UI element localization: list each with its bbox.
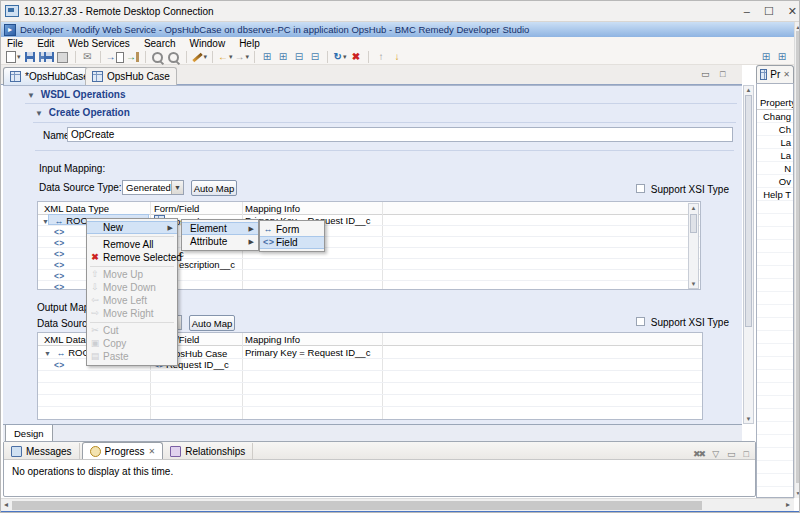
minimize-view-icon[interactable]: ▭ (727, 449, 736, 459)
property-item[interactable]: La (780, 150, 791, 161)
window-maximize-button[interactable]: ☐ (764, 5, 774, 18)
tree-row-field[interactable]: < > (54, 270, 63, 281)
menu-edit[interactable]: Edit (37, 38, 54, 50)
tab-close-icon[interactable]: ✕ (783, 70, 790, 79)
rdp-vertical-scrollbar[interactable]: ▲ ▼ (794, 22, 800, 498)
tab-progress[interactable]: Progress ✕ (82, 442, 164, 459)
design-tab[interactable]: Design (5, 425, 53, 442)
sync-button[interactable]: ↻▾ (333, 50, 347, 64)
property-item[interactable]: Ov (779, 176, 791, 187)
property-column-header[interactable]: Property (757, 97, 793, 110)
window-minimize-button[interactable]: – (744, 5, 750, 18)
print-button[interactable] (56, 50, 70, 64)
tree-row-field[interactable]: < > (54, 259, 63, 270)
tree-row-field[interactable]: < > (54, 248, 63, 259)
menu-web-services[interactable]: Web Services (68, 38, 130, 50)
property-item[interactable]: N (784, 163, 791, 174)
window-close-button[interactable]: ✕ (788, 5, 797, 18)
clear-completed-icon[interactable]: ✖✖ (693, 449, 704, 459)
collapse-all-button[interactable]: ⊟ (308, 50, 322, 64)
tab-close-icon[interactable]: ✕ (149, 447, 156, 456)
mail-button[interactable]: ✉ (81, 50, 95, 64)
combo-arrow-icon[interactable]: ▼ (171, 181, 183, 194)
editor-minmax-controls[interactable]: ▭ □ (701, 69, 729, 79)
submenu-item-element[interactable]: Element ▶ (182, 222, 258, 235)
support-xsi-checkbox[interactable] (636, 317, 645, 326)
tree-row-field[interactable]: < > (54, 226, 63, 237)
wsdl-operations-header[interactable]: ▼ WSDL Operations (27, 89, 126, 100)
col-mapping-info[interactable]: Mapping Info (245, 334, 300, 345)
scroll-down-icon[interactable]: ▼ (795, 490, 800, 496)
scrollbar-thumb[interactable] (796, 31, 800, 483)
scrollbar-thumb[interactable] (690, 214, 697, 233)
rdp-horizontal-scrollbar[interactable]: ◂ ▸ (1, 498, 794, 511)
table-scrollbar[interactable]: ▲ ▼ (688, 203, 699, 289)
tree-expand-icon[interactable]: ▼ (44, 350, 51, 357)
new-wizard-button[interactable]: ▾ (192, 50, 208, 64)
perspective-button[interactable]: ⊞ (759, 50, 773, 64)
scroll-left-icon[interactable]: ◂ (4, 500, 8, 509)
support-xsi-checkbox[interactable] (636, 184, 645, 193)
scroll-down-icon[interactable]: ▼ (744, 416, 753, 422)
maximize-view-icon[interactable]: □ (744, 449, 749, 459)
col-xml-data-type[interactable]: XML Data Type (44, 203, 109, 214)
create-operation-header[interactable]: ▼ Create Operation (35, 107, 130, 118)
app-title-text: Developer - Modify Web Service - OpsHubC… (20, 24, 529, 35)
tab-messages[interactable]: Messages (4, 443, 80, 459)
find-button-1[interactable] (151, 50, 165, 64)
scroll-down-icon[interactable]: ▼ (689, 281, 698, 287)
menu-window[interactable]: Window (190, 38, 226, 50)
forward-button[interactable]: →▾ (235, 50, 250, 64)
scrollbar-thumb[interactable] (12, 501, 702, 510)
move-down-button[interactable]: ↓ (390, 50, 404, 64)
menu-item-remove-selected[interactable]: ✖ Remove Selected (87, 251, 177, 264)
menu-search[interactable]: Search (144, 38, 176, 50)
menu-help[interactable]: Help (239, 38, 260, 50)
expand-all-button[interactable]: ⊞ (260, 50, 274, 64)
find-button-2[interactable] (167, 50, 181, 64)
tree-expand-icon[interactable]: ▼ (42, 218, 49, 225)
properties-tab[interactable]: Pr ✕ (756, 65, 794, 83)
submenu-item-field[interactable]: < > Field (260, 236, 324, 249)
property-item[interactable]: Ch (779, 124, 791, 135)
section-collapse-icon[interactable]: ▼ (27, 91, 35, 100)
auto-map-button[interactable]: Auto Map (189, 315, 235, 331)
property-item[interactable]: La (780, 137, 791, 148)
scroll-right-icon[interactable]: ▸ (786, 500, 790, 509)
tab-opshub-case-form[interactable]: OpsHub Case (85, 67, 177, 85)
menu-file[interactable]: File (7, 38, 23, 50)
submenu-item-attribute[interactable]: Attribute ▶ (182, 235, 258, 248)
delete-button[interactable]: ✖ (349, 50, 363, 64)
scroll-up-icon[interactable]: ▲ (795, 24, 800, 30)
editor-scrollbar[interactable]: ▲ ▼ (743, 85, 754, 424)
menu-item-remove-all[interactable]: Remove All (87, 238, 177, 251)
col-form-field[interactable]: Form/Field (154, 203, 199, 214)
col-mapping-info[interactable]: Mapping Info (245, 203, 300, 214)
tree-row-field[interactable]: < > (54, 359, 63, 370)
back-button[interactable]: ←▾ (218, 50, 233, 64)
save-all-button[interactable] (39, 50, 54, 64)
tree-row-field[interactable]: < > (54, 237, 63, 248)
section-collapse-icon[interactable]: ▼ (35, 109, 43, 118)
move-up-button[interactable]: ↑ (374, 50, 388, 64)
menu-item-new[interactable]: New ▶ (87, 221, 177, 234)
view-menu-icon[interactable]: ▽ (712, 449, 719, 459)
scroll-up-icon[interactable]: ▲ (744, 87, 753, 93)
save-button[interactable] (23, 50, 37, 64)
property-item[interactable]: Help T (763, 189, 791, 200)
collapse-button[interactable]: ⊟ (292, 50, 306, 64)
expand-button[interactable]: ⊞ (276, 50, 290, 64)
tab-relationships[interactable]: Relationships (163, 443, 253, 459)
property-item[interactable]: Chang (763, 111, 791, 122)
data-source-type-select[interactable]: Generated ▼ (122, 180, 184, 195)
import-button[interactable]: → (106, 50, 124, 64)
perspective-button-2[interactable]: ⊞ (775, 50, 789, 64)
scroll-up-icon[interactable]: ▲ (689, 205, 698, 211)
operation-name-input[interactable]: OpCreate (67, 127, 733, 142)
export-button[interactable]: → (126, 50, 140, 64)
submenu-item-form[interactable]: ↔ Form (260, 223, 324, 236)
auto-map-button[interactable]: Auto Map (191, 180, 237, 196)
scrollbar-thumb[interactable] (745, 95, 752, 327)
tree-row-field[interactable]: < > (54, 281, 63, 292)
new-object-button[interactable]: ▾ (6, 50, 21, 64)
